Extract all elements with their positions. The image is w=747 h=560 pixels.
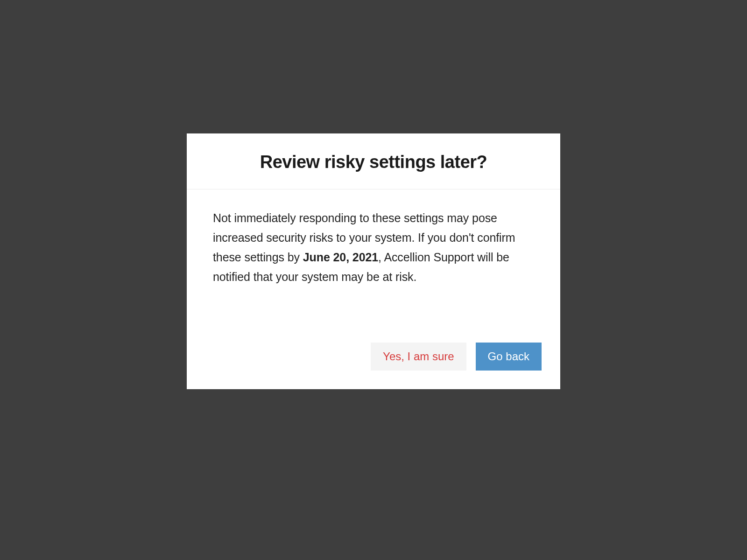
go-back-button[interactable]: Go back [476,343,542,371]
confirmation-dialog: Review risky settings later? Not immedia… [187,133,560,389]
dialog-header: Review risky settings later? [187,133,560,189]
dialog-body: Not immediately responding to these sett… [187,189,560,291]
dialog-message: Not immediately responding to these sett… [213,208,534,287]
dialog-footer: Yes, I am sure Go back [187,291,560,389]
dialog-deadline-date: June 20, 2021 [303,251,378,264]
dialog-title: Review risky settings later? [213,152,534,172]
confirm-button[interactable]: Yes, I am sure [371,343,466,371]
